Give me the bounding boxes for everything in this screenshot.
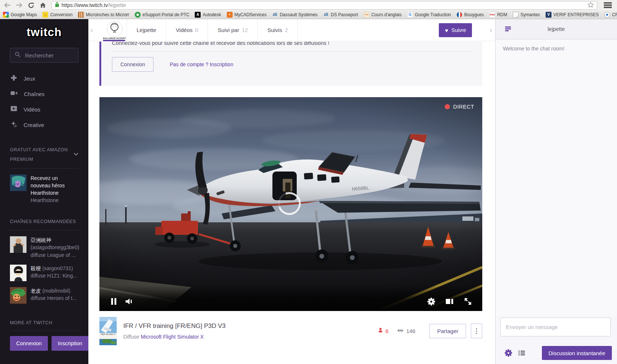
scroll-right-icon[interactable]: › [490,26,492,34]
tab-followers[interactable]: Suivi par12 [208,19,258,41]
dassault-icon: ∂S [323,12,329,18]
back-icon[interactable] [3,1,12,10]
sidebar-signup-button[interactable]: Inscription [52,336,88,351]
notification-signup-link[interactable]: Pas de compte ? Inscription [170,61,233,67]
page-icon [513,12,519,18]
doc-icon: Ang [364,12,370,18]
bookmark-microinches[interactable]: Microinches to Micromete [78,12,129,18]
tab-following[interactable]: Suivis2 [258,19,297,41]
chat-send-button[interactable]: Discussion instantanée [542,346,612,360]
bookmarks-bar: Google Maps Conversion Microinches to Mi… [0,10,617,19]
chat-settings-gear-icon[interactable] [504,349,512,357]
autodesk-icon: A [195,12,201,18]
notification-message: Connectez-vous pour suivre cette chaîne … [112,42,471,47]
bookmark-mycad[interactable]: MyCADServices [227,12,267,18]
channel-avatar [107,21,123,37]
twitch-logo[interactable]: twitch [0,26,88,39]
channel-header: ‹ BALLENCE ACCEPT Lejpette Vidéos0 Suivi… [88,19,495,41]
sidebar: twitch Jeux Chaînes Vidéos Creative [0,19,88,364]
home-icon[interactable] [38,1,47,10]
video-player[interactable]: N658BL DIRECT [99,97,482,311]
chat-title: lejpette [548,26,565,32]
volume-button[interactable] [124,297,134,306]
divider [10,331,78,331]
divider [10,230,78,230]
sidebar-login-button[interactable]: Connexion [10,336,48,351]
sidebar-item-games[interactable]: Jeux [0,71,88,86]
browser-toolbar: https://www.twitch.tv/lejpette [0,0,617,10]
video-play-icon [11,106,17,113]
notification-login-button[interactable]: Connexion [112,57,154,72]
search-box [10,48,78,63]
chat-rooms-icon[interactable] [505,26,511,32]
bookmark-autodesk[interactable]: AAutodesk [195,12,221,18]
search-icon [15,52,21,59]
viewers-icon [378,328,383,334]
views-icon [397,328,403,334]
more-options-button[interactable] [471,324,482,338]
bookmark-google-traduction[interactable]: GGoogle Traduction [407,12,451,18]
sparkle-icon [11,121,17,129]
bookmark-verif[interactable]: VVERIF ENTREPRISES [546,12,599,18]
bookmark-rdm[interactable]: freeRDM [489,12,507,18]
bookmark-cours-anglais[interactable]: AngCours d'anglais [364,12,402,18]
premium-section-header[interactable]: GRATUIT AVEC AMAZON PREMIUM [10,145,78,165]
viewer-count: 6 [385,328,388,334]
pause-button[interactable] [109,297,119,306]
browser-chrome: https://www.twitch.tv/lejpette Google Ma… [0,0,617,19]
sidebar-item-channels[interactable]: Chaînes [0,86,88,102]
theater-mode-icon[interactable] [445,297,454,306]
chat-header: lejpette [496,19,617,39]
tab-channel[interactable]: Lejpette [127,19,166,41]
follow-button[interactable]: ♥ Suivre [439,23,472,37]
game-link[interactable]: Microsoft Flight Simulator X [141,334,204,340]
fullscreen-icon[interactable] [463,297,473,306]
chat-panel: lejpette Welcome to the chat room! Discu… [495,19,617,364]
heart-icon: ♥ [445,27,448,33]
bookmark-dassault[interactable]: ∂SDassault Systèmes [272,12,318,18]
bookmark-crm-grc[interactable]: CRM GRC [604,12,617,18]
search-input[interactable] [24,52,74,59]
refresh-icon[interactable] [27,1,35,10]
chevron-down-icon[interactable] [74,149,78,159]
forward-icon[interactable] [15,1,24,10]
divider [10,168,78,169]
share-button[interactable]: Partager [429,324,466,338]
tab-videos[interactable]: Vidéos0 [166,19,208,41]
more-section-header: MORE AT TWITCH [10,318,78,328]
channel-avatar [10,265,27,281]
bookmark-google-maps[interactable]: Google Maps [3,12,37,18]
player-controls [99,285,482,311]
viewer-list-icon[interactable] [518,349,526,357]
bookmark-conversion[interactable]: Conversion [42,12,73,18]
recommended-channel-1[interactable]: 亞洲統神 (asiagodtonegg3be0) diffuse League … [10,236,88,259]
channel-avatar [10,287,27,304]
chat-messages: Welcome to the chat room! [496,40,617,315]
dassault-icon: ∂S [272,12,278,18]
camera-icon [11,91,17,97]
premium-offer-item[interactable]: Recevez un nouveau héros Hearthstone Hea… [10,174,88,204]
bookmark-star-icon[interactable] [588,2,594,9]
scroll-left-icon[interactable]: ‹ [91,26,93,34]
games-icon [11,75,17,82]
chat-message-input[interactable] [500,318,611,336]
address-bar[interactable]: https://www.twitch.tv/lejpette [52,1,597,10]
browser-menu-icon[interactable] [604,2,612,8]
stream-thumbnail: Flight Simulator X [99,317,117,345]
sidebar-item-videos[interactable]: Vidéos [0,102,88,117]
status-prefix: Diffuse [123,334,139,340]
view-count: 146 [406,328,415,334]
bookmark-ds-passeport[interactable]: ∂SDS Passeport [323,12,358,18]
bookmark-symantec[interactable]: Symantec [513,12,540,18]
bookmark-ptc[interactable]: eSupport Portal de PTC [135,12,189,18]
settings-gear-icon[interactable] [426,297,436,306]
recommended-channel-3[interactable]: 老皮 (mobilmobil) diffuse Heroes of t... [10,287,88,304]
channel-avatar-block[interactable]: BALLENCE ACCEPT [103,21,126,39]
free-icon: free [489,12,495,18]
recommended-channel-2[interactable]: 殺梗 (xargon0731) diffuse H1Z1: King... [10,265,88,281]
maps-icon [3,12,9,18]
bookmark-bouygues[interactable]: Bouygues [456,12,484,18]
channel-avatar [10,236,27,253]
sidebar-item-creative[interactable]: Creative [0,117,88,132]
url-text: https://www.twitch.tv/lejpette [61,2,126,8]
